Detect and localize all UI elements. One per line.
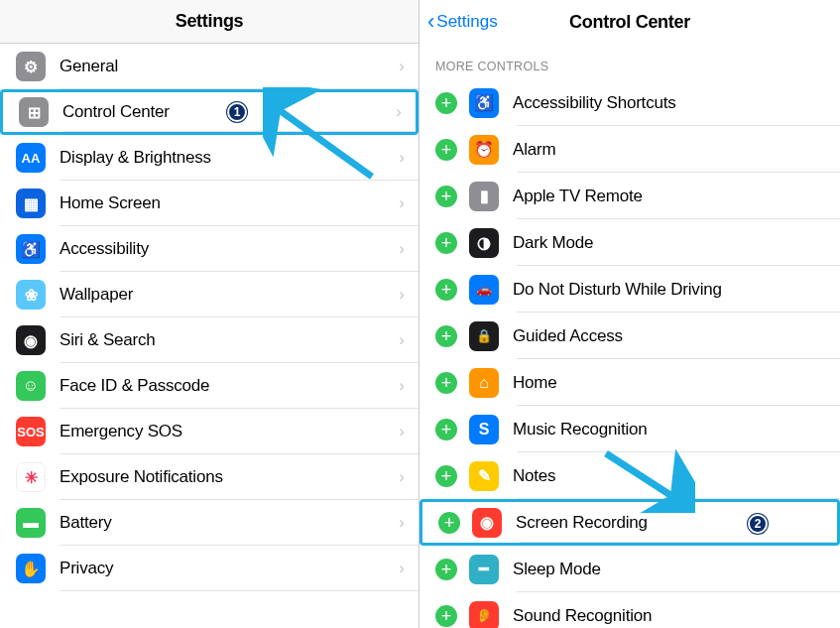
row-label: Wallpaper (60, 285, 399, 305)
settings-row-wallpaper[interactable]: ❀Wallpaper› (0, 272, 419, 317)
exposure-icon: ✳ (16, 462, 46, 492)
guided-access-icon: 🔒 (469, 321, 499, 351)
chevron-right-icon: › (399, 559, 405, 578)
control-row-screen-recording: ◉Screen Recording2 (420, 499, 840, 546)
add-button[interactable] (435, 419, 457, 440)
control-row-accessibility-shortcuts: ♿Accessibility Shortcuts (420, 79, 840, 126)
tv-remote-icon: ▮ (469, 182, 499, 211)
accessibility-icon: ♿ (469, 88, 499, 118)
settings-row-emergency-sos[interactable]: SOSEmergency SOS› (0, 409, 419, 454)
row-label: Sleep Mode (513, 560, 840, 579)
row-label: Music Recognition (513, 420, 840, 440)
chevron-right-icon: › (399, 422, 405, 441)
annotation-badge-1: 1 (227, 102, 247, 122)
back-label: Settings (436, 12, 497, 32)
add-button[interactable] (435, 325, 457, 347)
chevron-right-icon: › (399, 513, 405, 533)
settings-row-face-id-passcode[interactable]: ☺Face ID & Passcode› (0, 363, 419, 409)
chevron-right-icon: › (396, 102, 402, 122)
row-label: Privacy (60, 559, 399, 578)
control-row-apple-tv-remote: ▮Apple TV Remote (420, 173, 840, 219)
chevron-right-icon: › (399, 57, 405, 76)
settings-title: Settings (176, 11, 244, 32)
row-label: Sound Recognition (513, 606, 840, 626)
control-row-music-recognition: SMusic Recognition (420, 406, 840, 452)
alarm-icon: ⏰ (469, 135, 499, 165)
row-label: Display & Brightness (60, 148, 399, 168)
row-label: Apple TV Remote (513, 187, 840, 206)
back-button[interactable]: ‹ Settings (427, 0, 498, 44)
row-label: Do Not Disturb While Driving (513, 280, 840, 300)
shazam-icon: S (469, 415, 499, 444)
settings-row-battery[interactable]: ▬Battery› (0, 500, 419, 546)
add-button[interactable] (438, 512, 460, 534)
home-icon: ⌂ (469, 368, 499, 398)
control-row-notes: ✎Notes (420, 452, 840, 499)
control-row-guided-access: 🔒Guided Access (420, 313, 840, 359)
notes-icon: ✎ (469, 461, 499, 491)
chevron-right-icon: › (399, 148, 405, 168)
settings-row-siri-search[interactable]: ◉Siri & Search› (0, 317, 419, 363)
siri-icon: ◉ (16, 325, 46, 355)
add-button[interactable] (435, 605, 457, 627)
control-row-dark-mode: ◑Dark Mode (420, 219, 840, 266)
chevron-right-icon: › (399, 285, 405, 305)
row-label: Home Screen (60, 193, 399, 213)
control-row-sleep-mode: ━Sleep Mode (420, 546, 840, 592)
add-button[interactable] (435, 372, 457, 394)
chevron-right-icon: › (399, 239, 405, 259)
settings-row-home-screen[interactable]: ▦Home Screen› (0, 181, 419, 226)
control-row-sound-recognition: 👂Sound Recognition (420, 592, 840, 628)
row-label: Battery (60, 513, 399, 533)
settings-row-exposure-notifications[interactable]: ✳Exposure Notifications› (0, 454, 419, 500)
row-label: Alarm (513, 140, 840, 160)
control-row-home: ⌂Home (420, 359, 840, 406)
row-label: Accessibility Shortcuts (513, 93, 840, 113)
display-icon: AA (16, 143, 46, 173)
row-label: Emergency SOS (60, 422, 399, 441)
row-label: Screen Recording (516, 513, 837, 533)
control-row-do-not-disturb-while-driving: 🚗Do Not Disturb While Driving (420, 266, 840, 313)
accessibility-icon: ♿ (16, 234, 46, 264)
add-button[interactable] (435, 186, 457, 207)
settings-row-accessibility[interactable]: ♿Accessibility› (0, 226, 419, 272)
chevron-right-icon: › (399, 193, 405, 213)
more-controls-section-header: More Controls (420, 44, 840, 79)
sleep-icon: ━ (469, 555, 499, 584)
add-button[interactable] (435, 465, 457, 487)
settings-pane: Settings ⚙General›⊞Control Center1›AADis… (0, 0, 420, 628)
settings-row-display-brightness[interactable]: AADisplay & Brightness› (0, 135, 419, 181)
chevron-right-icon: › (399, 376, 405, 396)
settings-list: ⚙General›⊞Control Center1›AADisplay & Br… (0, 44, 419, 591)
control-center-pane: ‹ Settings Control Center More Controls … (420, 0, 840, 628)
control-center-icon: ⊞ (19, 97, 49, 127)
privacy-icon: ✋ (16, 554, 46, 583)
settings-header: Settings (0, 0, 419, 44)
dark-mode-icon: ◑ (469, 228, 499, 258)
add-button[interactable] (435, 559, 457, 580)
row-label: Guided Access (513, 326, 840, 346)
settings-row-control-center[interactable]: ⊞Control Center1› (0, 89, 419, 135)
add-button[interactable] (435, 232, 457, 254)
gear-icon: ⚙ (16, 52, 46, 81)
control-center-title: Control Center (569, 12, 690, 33)
row-label: Exposure Notifications (60, 467, 399, 487)
battery-icon: ▬ (16, 508, 46, 538)
row-label: Face ID & Passcode (60, 376, 399, 396)
annotation-badge-2: 2 (748, 514, 768, 534)
chevron-right-icon: › (399, 467, 405, 487)
settings-row-privacy[interactable]: ✋Privacy› (0, 546, 419, 591)
home-screen-icon: ▦ (16, 188, 46, 218)
dnd-driving-icon: 🚗 (469, 275, 499, 305)
row-label: Dark Mode (513, 233, 840, 253)
wallpaper-icon: ❀ (16, 280, 46, 310)
controls-list: ♿Accessibility Shortcuts⏰Alarm▮Apple TV … (420, 79, 840, 628)
add-button[interactable] (435, 279, 457, 301)
screen-recording-icon: ◉ (472, 508, 502, 538)
chevron-right-icon: › (399, 330, 405, 350)
add-button[interactable] (435, 92, 457, 114)
row-label: Notes (513, 466, 840, 486)
add-button[interactable] (435, 139, 457, 161)
settings-row-general[interactable]: ⚙General› (0, 44, 419, 89)
row-label: Siri & Search (60, 330, 399, 350)
